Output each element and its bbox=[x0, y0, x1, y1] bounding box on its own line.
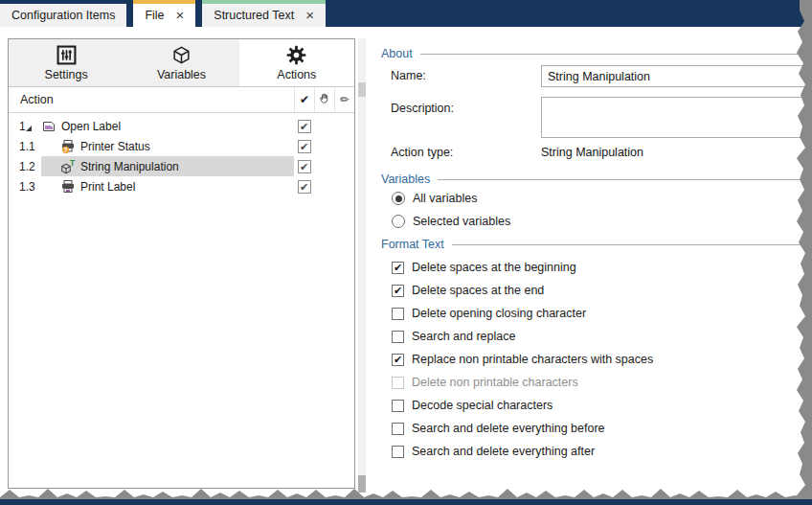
action-row-content[interactable]: Open Label bbox=[41, 116, 294, 136]
section-rule bbox=[452, 244, 806, 245]
action-row-content[interactable]: TString Manipulation bbox=[41, 156, 294, 176]
checkbox[interactable] bbox=[392, 423, 404, 435]
checkbox-option-search-and-delete-everything-before[interactable]: Search and delete everything before bbox=[392, 417, 653, 440]
checkbox-option-delete-opening-closing-character[interactable]: Delete opening closing character bbox=[392, 302, 653, 325]
checkbox[interactable] bbox=[392, 331, 404, 343]
action-row-label: String Manipulation bbox=[80, 160, 179, 173]
toolbar-button-actions[interactable]: Actions bbox=[239, 39, 354, 86]
format-text-options: ✔Delete spaces at the beginning✔Delete s… bbox=[392, 256, 653, 463]
action-row-print-label[interactable]: 1.3Print Label✔ bbox=[9, 176, 354, 196]
torn-edge-bottom bbox=[0, 488, 812, 505]
action-row-string-manipulation[interactable]: 1.2TString Manipulation✔ bbox=[9, 156, 354, 176]
checkbox-option-search-and-replace[interactable]: Search and replace bbox=[392, 325, 653, 348]
radio-option-selected-variables[interactable]: Selected variables bbox=[392, 214, 510, 229]
checkbox bbox=[392, 377, 404, 389]
action-enabled-checkbox[interactable]: ✔ bbox=[298, 160, 311, 173]
checkbox-label: Replace non printable characters with sp… bbox=[412, 353, 653, 366]
action-enabled-checkbox[interactable]: ✔ bbox=[298, 180, 311, 194]
toolbar-button-label: Variables bbox=[157, 68, 206, 81]
expander-icon[interactable] bbox=[26, 126, 32, 131]
panel-toolbar: SettingsVariablesActions bbox=[9, 39, 354, 87]
pencil-icon: ✏ bbox=[340, 93, 350, 106]
hand-icon bbox=[318, 92, 331, 108]
checkbox-label: Decode special characters bbox=[412, 399, 553, 412]
action-row-label: Print Label bbox=[80, 180, 135, 194]
radio-label: Selected variables bbox=[413, 215, 510, 228]
checkbox-option-delete-non-printable-characters: Delete non printable characters bbox=[392, 371, 653, 394]
automation-builder-window: Configuration ItemsFile×Structured Text×… bbox=[0, 0, 812, 505]
tab-structured-text[interactable]: Structured Text× bbox=[202, 0, 326, 27]
svg-text:?: ? bbox=[64, 146, 68, 152]
enabled-column-header: ✔ bbox=[294, 87, 314, 112]
variables-title: Variables bbox=[381, 172, 430, 186]
action-row-number: 1 bbox=[9, 116, 41, 136]
checkbox[interactable] bbox=[392, 400, 404, 412]
vertical-scrollbar[interactable] bbox=[358, 38, 366, 491]
tab-close-icon[interactable]: × bbox=[305, 11, 314, 20]
scrollbar-thumb[interactable] bbox=[358, 82, 366, 97]
format-text-section-header: Format Text bbox=[381, 237, 806, 252]
action-row-label: Printer Status bbox=[80, 140, 150, 153]
action-row-open-label[interactable]: 1Open Label✔ bbox=[9, 116, 354, 136]
tab-configuration-items[interactable]: Configuration Items bbox=[0, 0, 126, 27]
gear-icon bbox=[286, 45, 306, 65]
checkbox[interactable]: ✔ bbox=[392, 262, 404, 274]
checkbox[interactable] bbox=[392, 446, 404, 458]
sliders-icon bbox=[56, 45, 77, 65]
action-row-number: 1.1 bbox=[9, 136, 41, 156]
action-enabled-checkbox[interactable]: ✔ bbox=[298, 120, 311, 133]
action-list-header: Action ✔ ✏ bbox=[9, 87, 354, 113]
open-label-icon bbox=[41, 119, 56, 134]
action-tree: 1Open Label✔1.1?Printer Status✔1.2TStrin… bbox=[9, 113, 354, 196]
tab-label: Structured Text bbox=[214, 9, 294, 22]
checkbox-label: Search and delete everything before bbox=[412, 422, 605, 435]
toolbar-button-variables[interactable]: Variables bbox=[124, 39, 238, 86]
action-type-value: String Manipulation bbox=[541, 146, 643, 159]
radio-button[interactable] bbox=[392, 215, 405, 228]
action-column-header: Action bbox=[9, 93, 294, 106]
about-title: About bbox=[381, 47, 413, 60]
tab-label: Configuration Items bbox=[11, 9, 115, 22]
name-input[interactable] bbox=[541, 65, 812, 87]
action-row-printer-status[interactable]: 1.1?Printer Status✔ bbox=[9, 136, 354, 156]
description-label: Description: bbox=[391, 102, 454, 115]
checkbox[interactable] bbox=[392, 308, 404, 320]
radio-option-all-variables[interactable]: All variables bbox=[392, 191, 477, 206]
tab-file[interactable]: File× bbox=[133, 0, 195, 27]
tab-close-icon[interactable]: × bbox=[176, 11, 185, 20]
section-rule bbox=[438, 179, 806, 180]
tab-bar: Configuration ItemsFile×Structured Text× bbox=[0, 0, 812, 27]
checkbox[interactable]: ✔ bbox=[392, 354, 404, 366]
checkbox-label: Delete spaces at the beginning bbox=[412, 261, 576, 274]
string-manipulation-icon: T bbox=[60, 159, 76, 174]
action-row-number: 1.3 bbox=[9, 176, 41, 196]
print-label-icon bbox=[60, 179, 76, 195]
description-input[interactable] bbox=[541, 97, 812, 138]
action-row-content[interactable]: ?Printer Status bbox=[41, 136, 294, 156]
scrollbar-thumb-lower[interactable] bbox=[358, 475, 366, 493]
checkbox-option-replace-non-printable-characters-with-spaces[interactable]: ✔Replace non printable characters with s… bbox=[392, 348, 653, 371]
checkbox-label: Delete non printable characters bbox=[412, 376, 578, 389]
variables-section-header: Variables bbox=[381, 172, 806, 187]
toolbar-button-label: Settings bbox=[45, 68, 88, 81]
toolbar-button-settings[interactable]: Settings bbox=[9, 39, 124, 86]
cube-icon bbox=[171, 45, 192, 65]
radio-button[interactable] bbox=[392, 192, 405, 205]
check-icon: ✔ bbox=[300, 93, 309, 106]
action-row-number: 1.2 bbox=[9, 156, 41, 176]
hand-column-header bbox=[314, 87, 334, 112]
checkbox-label: Delete opening closing character bbox=[412, 307, 586, 320]
checkbox-option-delete-spaces-at-the-end[interactable]: ✔Delete spaces at the end bbox=[392, 279, 653, 302]
radio-label: All variables bbox=[413, 192, 477, 205]
checkbox-option-search-and-delete-everything-after[interactable]: Search and delete everything after bbox=[392, 440, 653, 463]
svg-text:T: T bbox=[70, 159, 76, 168]
checkbox-label: Search and delete everything after bbox=[412, 445, 595, 458]
section-rule bbox=[420, 54, 806, 55]
action-row-content[interactable]: Print Label bbox=[41, 176, 294, 196]
actions-panel: SettingsVariablesActions Action ✔ ✏ 1Ope… bbox=[8, 38, 355, 489]
checkbox-option-decode-special-characters[interactable]: Decode special characters bbox=[392, 394, 653, 417]
action-type-label: Action type: bbox=[391, 146, 453, 159]
action-enabled-checkbox[interactable]: ✔ bbox=[298, 140, 311, 153]
checkbox-option-delete-spaces-at-the-beginning[interactable]: ✔Delete spaces at the beginning bbox=[392, 256, 653, 279]
checkbox[interactable]: ✔ bbox=[392, 285, 404, 297]
